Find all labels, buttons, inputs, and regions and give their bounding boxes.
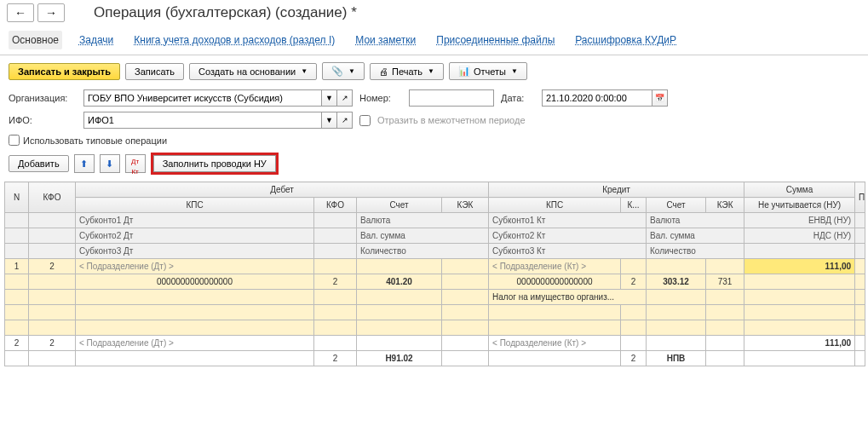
tab-notes[interactable]: Мои заметки: [352, 31, 419, 49]
tab-bar: Основное Задачи Книга учета доходов и ра…: [0, 26, 868, 55]
col-kek-dt[interactable]: КЭК: [442, 198, 489, 213]
col-kps-dt[interactable]: КПС: [76, 198, 314, 213]
move-down-button[interactable]: ⬇: [100, 154, 120, 173]
cell-acct-kt[interactable]: НПВ: [647, 351, 706, 366]
subh-qty-dt: Количество: [357, 244, 489, 259]
cell-dept-kt[interactable]: < Подразделение (Кт) >: [489, 259, 621, 274]
table-row[interactable]: 0000000000000000 2 401.20 00000000000000…: [5, 274, 865, 290]
tab-tasks[interactable]: Задачи: [76, 31, 117, 49]
print-button[interactable]: 🖨 Печать▼: [370, 63, 444, 80]
subh-sk3kt: Субконто3 Кт: [489, 244, 647, 259]
move-up-button[interactable]: ⬆: [74, 154, 95, 173]
subh-sk2dt: Субконто2 Дт: [76, 228, 314, 244]
table-row[interactable]: 2 Н91.02 2 НПВ: [5, 351, 865, 366]
clip-icon: 📎: [331, 66, 343, 77]
col-k-kt[interactable]: К...: [621, 198, 647, 213]
calendar-button[interactable]: 📅: [652, 89, 668, 107]
chevron-down-icon: ▼: [511, 67, 518, 75]
col-kfo-dt[interactable]: КФО: [314, 198, 357, 213]
subh-sk1kt: Субконто1 Кт: [489, 213, 647, 228]
cell-sum[interactable]: 111,00: [744, 336, 855, 351]
subh-currency-dt: Валюта: [357, 213, 489, 228]
subh-qty-kt: Количество: [647, 244, 744, 259]
cell-k-kt[interactable]: 2: [621, 351, 647, 366]
col-kek-kt[interactable]: КЭК: [706, 198, 744, 213]
col-n[interactable]: N: [5, 182, 29, 213]
cell-dept-dt[interactable]: < Подразделение (Дт) >: [76, 259, 314, 274]
cell-kek-kt[interactable]: 731: [706, 274, 744, 290]
save-close-button[interactable]: Записать и закрыть: [9, 63, 120, 80]
ifo-input[interactable]: [83, 112, 322, 129]
col-debit[interactable]: Дебет: [76, 182, 489, 198]
back-button[interactable]: ←: [7, 3, 34, 22]
table-row[interactable]: 1 2 < Подразделение (Дт) > < Подразделен…: [5, 259, 865, 274]
save-button[interactable]: Записать: [125, 63, 184, 80]
col-p[interactable]: П: [855, 182, 865, 213]
table-row[interactable]: 2 2 < Подразделение (Дт) > < Подразделен…: [5, 336, 865, 351]
cell-dept-dt[interactable]: < Подразделение (Дт) >: [76, 336, 314, 351]
cell-acct-kt[interactable]: 303.12: [647, 274, 706, 290]
ifo-dropdown-button[interactable]: ▼: [322, 112, 337, 129]
org-input[interactable]: [83, 89, 322, 107]
org-dropdown-button[interactable]: ▼: [322, 89, 337, 107]
subh-sk3dt: Субконто3 Дт: [76, 244, 314, 259]
tab-book[interactable]: Книга учета доходов и расходов (раздел I…: [130, 31, 338, 49]
cell-k-kt[interactable]: 2: [621, 274, 647, 290]
reflect-checkbox[interactable]: [359, 115, 371, 126]
cell-kps-dt[interactable]: 0000000000000000: [76, 274, 314, 290]
fill-nu-button[interactable]: Заполнить проводки НУ: [153, 155, 276, 172]
date-input[interactable]: [542, 89, 652, 107]
table-row[interactable]: [5, 305, 865, 320]
report-icon: 📊: [458, 66, 470, 77]
tab-main[interactable]: Основное: [9, 31, 62, 49]
arrow-up-icon: ⬆: [80, 158, 88, 169]
col-kfo[interactable]: КФО: [29, 182, 76, 213]
chevron-down-icon: ▼: [348, 67, 355, 75]
cell-n: 2: [5, 336, 29, 351]
col-credit[interactable]: Кредит: [489, 182, 744, 198]
table-row[interactable]: Налог на имущество организ...: [5, 290, 865, 305]
use-typical-checkbox[interactable]: [9, 135, 20, 146]
use-typical-label: Использовать типовые операции: [23, 135, 167, 146]
page-title: Операция (бухгалтерская) (создание) *: [94, 4, 357, 21]
cell-kfo-dt[interactable]: 2: [314, 351, 357, 366]
col-acct-kt[interactable]: Счет: [647, 198, 706, 213]
cell-n: 1: [5, 259, 29, 274]
calendar-icon: 📅: [655, 94, 664, 102]
printer-icon: 🖨: [379, 66, 388, 77]
org-open-button[interactable]: ↗: [337, 89, 353, 107]
col-sum[interactable]: Сумма: [744, 182, 855, 198]
col-not-counted[interactable]: Не учитывается (НУ): [744, 198, 855, 213]
chevron-down-icon: ▼: [301, 67, 308, 75]
reflect-label: Отразить в межотчетном периоде: [377, 115, 526, 125]
col-kps-kt[interactable]: КПС: [489, 198, 621, 213]
cell-kfo: 2: [29, 259, 76, 274]
attach-button[interactable]: 📎▼: [322, 62, 365, 80]
cell-kfo-dt[interactable]: 2: [314, 274, 357, 290]
create-based-button[interactable]: Создать на основании▼: [189, 63, 317, 80]
chevron-down-icon: ▼: [428, 67, 434, 75]
cell-kps-kt[interactable]: 0000000000000000: [489, 274, 621, 290]
cell-dept-kt[interactable]: < Подразделение (Кт) >: [489, 336, 621, 351]
arrow-down-icon: ⬇: [106, 158, 113, 169]
cell-kfo: 2: [29, 336, 76, 351]
forward-button[interactable]: →: [37, 3, 65, 22]
ifo-open-button[interactable]: ↗: [337, 112, 353, 129]
subh-currency-kt: Валюта: [647, 213, 744, 228]
tab-files[interactable]: Присоединенные файлы: [433, 31, 558, 49]
subh-nds: НДС (НУ): [744, 228, 855, 244]
dtkt-button[interactable]: ДтКт: [125, 154, 146, 173]
entries-table: N КФО Дебет Кредит Сумма П КПС КФО Счет …: [4, 182, 865, 366]
add-button[interactable]: Добавить: [9, 155, 69, 172]
table-row[interactable]: [5, 320, 865, 336]
highlight-fill-nu: Заполнить проводки НУ: [151, 153, 279, 175]
cell-acct-dt[interactable]: Н91.02: [357, 351, 442, 366]
col-acct-dt[interactable]: Счет: [357, 198, 442, 213]
cell-acct-dt[interactable]: 401.20: [357, 274, 442, 290]
num-input[interactable]: [409, 89, 494, 107]
cell-note-kt[interactable]: Налог на имущество организ...: [489, 290, 647, 305]
tab-kudir[interactable]: Расшифровка КУДиР: [572, 31, 680, 49]
cell-sum[interactable]: 111,00: [744, 259, 855, 274]
reports-button[interactable]: 📊 Отчеты▼: [449, 62, 527, 80]
subh-valsum-dt: Вал. сумма: [357, 228, 489, 244]
